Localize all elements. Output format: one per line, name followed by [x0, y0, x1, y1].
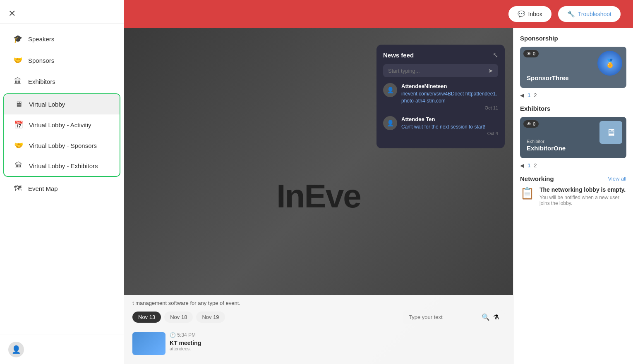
sponsor-views-badge: 👁 0: [523, 50, 539, 57]
content-body: Virtual Lobby InEve News feed ⤡ ➤ 👤: [124, 28, 633, 364]
sidebar-item-event-map[interactable]: 🗺 Event Map: [3, 178, 120, 199]
sidebar-item-label: Exhibitors: [28, 78, 55, 85]
date-tab-nov13[interactable]: Nov 13: [132, 312, 161, 323]
send-icon[interactable]: ➤: [488, 67, 493, 74]
right-panel: Sponsorship 👁 0 🏅 SponsorThree ◀ 1 2 Exh…: [513, 28, 633, 364]
session-attendees: attendees.: [170, 346, 505, 351]
speakers-icon: 🎓: [13, 34, 22, 43]
news-feed-header: News feed ⤡: [383, 51, 498, 59]
sidebar-item-virtual-lobby-exhibitors[interactable]: 🏛 Virtual Lobby - Exhibitors: [4, 156, 120, 176]
event-map-icon: 🗺: [13, 184, 22, 193]
networking-empty-content: The networking lobby is empty. You will …: [539, 186, 626, 206]
date-tabs: Nov 13 Nov 18 Nov 19 🔍 ⚗: [132, 310, 505, 324]
sidebar-item-label: Virtual Lobby: [29, 101, 65, 108]
sidebar-nav: 🎓 Speakers 🤝 Sponsors 🏛 Exhibitors 🖥 Vir…: [0, 24, 124, 335]
troubleshoot-icon: 🔧: [567, 10, 575, 18]
sidebar-item-speakers[interactable]: 🎓 Speakers: [3, 29, 120, 49]
sponsor-name: SponsorThree: [527, 74, 569, 81]
message-date-2: Oct 4: [401, 131, 498, 136]
networking-header: Networking View all: [520, 175, 626, 182]
exhibitor-label: Exhibitor: [527, 139, 566, 144]
sidebar-item-virtual-lobby-sponsors[interactable]: 🤝 Virtual Lobby - Sponsors: [4, 135, 120, 156]
lobby-brand: InEve: [276, 177, 360, 215]
lobby-description: t management software for any type of ev…: [132, 300, 505, 306]
attendee-name-2: Attendee Ten: [401, 116, 498, 122]
message-date-1: Oct 11: [401, 105, 498, 110]
close-button[interactable]: ✕: [8, 8, 16, 19]
exhibitors-title: Exhibitors: [520, 105, 626, 112]
sidebar-item-virtual-lobby-activity[interactable]: 📅 Virtual Lobby - Activitiy: [4, 114, 120, 135]
expand-icon[interactable]: ⤡: [493, 51, 498, 59]
lobby-panel: Virtual Lobby InEve News feed ⤡ ➤ 👤: [124, 28, 513, 364]
filter-icon[interactable]: ⚗: [493, 313, 499, 321]
troubleshoot-button[interactable]: 🔧 Troubleshoot: [558, 6, 621, 22]
virtual-lobby-group: 🖥 Virtual Lobby 📅 Virtual Lobby - Activi…: [3, 93, 120, 177]
session-search-input[interactable]: [409, 314, 478, 320]
message-text-2: Can't wait for the next session to start…: [401, 124, 498, 131]
sidebar-item-label: Event Map: [28, 185, 58, 192]
networking-empty-icon: 📋: [520, 186, 535, 200]
attendee-avatar-1: 👤: [383, 83, 397, 97]
activity-icon: 📅: [14, 120, 23, 129]
networking-empty-sub: You will be notified when a new user joi…: [539, 195, 626, 206]
sidebar-item-label: Virtual Lobby - Exhibitors: [29, 162, 98, 169]
news-input[interactable]: [388, 68, 485, 74]
inbox-button[interactable]: 💬 Inbox: [508, 6, 551, 22]
session-time: 🕐 5:34 PM: [170, 332, 505, 338]
lobby-bottom: t management software for any type of ev…: [124, 295, 513, 364]
user-avatar[interactable]: 👤: [8, 342, 24, 357]
sidebar-item-exhibitors[interactable]: 🏛 Exhibitors: [3, 71, 120, 92]
date-tab-nov19[interactable]: Nov 19: [196, 312, 225, 323]
session-search[interactable]: 🔍 ⚗: [403, 310, 505, 324]
exhibitor-pagination: ◀ 1 2: [520, 162, 626, 169]
sponsor-pagination: ◀ 1 2: [520, 92, 626, 98]
view-all-link[interactable]: View all: [608, 176, 626, 182]
top-header: 💬 Inbox 🔧 Troubleshoot: [124, 0, 633, 28]
message-text-1: inevent.com/en/s/iw4BDoect httpattendee1…: [401, 90, 498, 105]
exhibitor-prev-icon[interactable]: ◀: [520, 162, 524, 169]
message-content-2: Attendee Ten Can't wait for the next ses…: [401, 116, 498, 136]
attendee-name-1: AttendeeNineteen: [401, 83, 498, 89]
troubleshoot-label: Troubleshoot: [578, 11, 611, 17]
exhibitor-page-1[interactable]: 1: [528, 162, 530, 169]
sidebar-item-sponsors[interactable]: 🤝 Sponsors: [3, 50, 120, 71]
session-name: KT meeting: [170, 340, 505, 346]
eye-icon: 👁: [527, 51, 531, 56]
sidebar-footer: 👤: [0, 335, 124, 364]
sidebar-item-label: Virtual Lobby - Activitiy: [29, 121, 91, 128]
news-feed-panel: News feed ⤡ ➤ 👤 AttendeeNineteen inevent…: [376, 45, 505, 148]
session-card: 🕐 5:34 PM KT meeting attendees.: [132, 328, 505, 359]
news-input-row[interactable]: ➤: [383, 64, 498, 77]
lobby-exhibitors-icon: 🏛: [14, 162, 23, 170]
search-icon[interactable]: 🔍: [482, 313, 490, 321]
news-feed-title: News feed: [383, 52, 414, 59]
networking-title: Networking: [520, 175, 554, 182]
exhibitors-icon: 🏛: [13, 77, 22, 86]
prev-page-icon[interactable]: ◀: [520, 92, 524, 98]
exhibitor-card[interactable]: 👁 0 🖥 Exhibitor ExhibitorOne: [520, 117, 626, 158]
networking-empty-title: The networking lobby is empty.: [539, 186, 626, 193]
news-message-1: 👤 AttendeeNineteen inevent.com/en/s/iw4B…: [383, 83, 498, 110]
news-message-2: 👤 Attendee Ten Can't wait for the next s…: [383, 116, 498, 136]
lobby-sponsors-icon: 🤝: [14, 141, 23, 150]
sidebar-item-virtual-lobby[interactable]: 🖥 Virtual Lobby: [4, 94, 120, 114]
exhibitor-views-badge: 👁 0: [523, 120, 539, 128]
sponsor-card[interactable]: 👁 0 🏅 SponsorThree: [520, 47, 626, 88]
sidebar-header: ✕: [0, 0, 124, 24]
session-thumbnail: [132, 332, 165, 355]
eye-icon-exhibitor: 👁: [527, 121, 531, 126]
sponsorship-title: Sponsorship: [520, 35, 626, 42]
clock-icon: 🕐: [170, 332, 176, 338]
sidebar: ✕ 🎓 Speakers 🤝 Sponsors 🏛 Exhibitors 🖥 V…: [0, 0, 124, 364]
sidebar-item-label: Speakers: [28, 36, 54, 43]
exhibitor-logo: 🖥: [599, 121, 622, 144]
inbox-label: Inbox: [528, 11, 542, 17]
date-tab-nov18[interactable]: Nov 18: [164, 312, 193, 323]
exhibitor-page-2[interactable]: 2: [534, 162, 537, 169]
exhibitor-name: ExhibitorOne: [527, 145, 566, 152]
sponsor-page-2[interactable]: 2: [534, 92, 537, 98]
sponsor-page-1[interactable]: 1: [528, 92, 530, 98]
sidebar-item-label: Virtual Lobby - Sponsors: [29, 142, 97, 149]
main-content: 💬 Inbox 🔧 Troubleshoot Virtual Lobby InE…: [124, 0, 633, 364]
sponsors-icon: 🤝: [13, 56, 22, 65]
